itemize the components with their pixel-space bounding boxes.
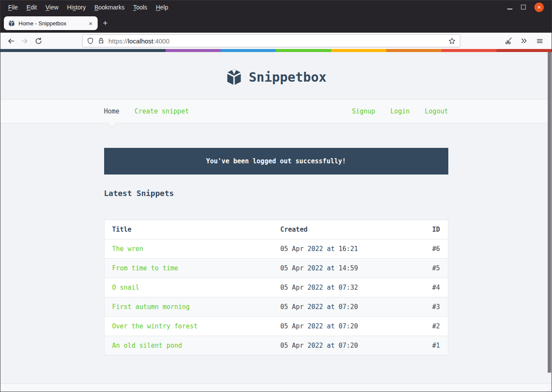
snippet-title-cell: Over the wintry forest [104, 317, 273, 336]
tab-home-snippetbox[interactable]: Home - Snippetbox × [4, 16, 98, 30]
reload-button[interactable] [31, 35, 45, 47]
forward-arrow-icon [21, 37, 28, 45]
menu-label-key: H [156, 4, 160, 11]
menu-label-post: ools [136, 4, 147, 11]
snippets-table-wrap: Title Created ID The wren 05 Apr 2022 at… [104, 220, 448, 355]
snippet-link[interactable]: O snail [112, 284, 139, 291]
url-port: :4000 [153, 37, 170, 45]
menubar-item[interactable]: Edit [22, 4, 41, 11]
tracking-shield-icon [87, 37, 94, 44]
scrollbar-thumb[interactable] [548, 52, 551, 373]
menubar-item[interactable]: Bookmarks [90, 4, 129, 11]
snippet-created-cell: 05 Apr 2022 at 07:20 [273, 317, 404, 336]
maximize-icon[interactable] [521, 5, 526, 9]
snippet-title-cell: From time to time [104, 259, 273, 278]
snippet-title-cell: O snail [104, 278, 273, 297]
snippets-table: Title Created ID The wren 05 Apr 2022 at… [104, 220, 448, 355]
snippet-id-cell: #5 [403, 259, 448, 278]
stripe-segment [441, 49, 496, 52]
menu-label-post: ile [12, 4, 18, 11]
menu-label-post: dit [31, 4, 37, 11]
snippet-link[interactable]: First autumn morning [112, 303, 190, 311]
snippet-link[interactable]: An old silent pond [112, 342, 182, 349]
menu-label-key: B [94, 4, 98, 11]
table-row: The wren 05 Apr 2022 at 16:21 #6 [104, 239, 448, 259]
snippet-created-cell: 05 Apr 2022 at 07:20 [273, 297, 404, 317]
menu-label-post: iew [49, 4, 59, 11]
snippet-created-cell: 05 Apr 2022 at 07:20 [273, 336, 404, 355]
page-scrollbar[interactable] [548, 52, 552, 392]
table-row: From time to time 05 Apr 2022 at 14:59 #… [104, 259, 448, 278]
snippet-created-cell: 05 Apr 2022 at 14:59 [273, 259, 404, 278]
url-protocol: https:// [108, 37, 128, 45]
snippet-link[interactable]: From time to time [112, 264, 179, 272]
navigation-toolbar: https://localhost:4000 [0, 33, 552, 49]
menubar-item[interactable]: View [41, 4, 63, 11]
column-header-id: ID [403, 220, 448, 239]
tab-close-icon[interactable]: × [87, 20, 94, 27]
menu-list: File Edit View History Bookmarks Tools H… [4, 4, 173, 11]
flash-message: You've been logged out successfully! [104, 148, 448, 175]
menubar-item[interactable]: History [63, 4, 90, 11]
nav-link[interactable]: Create snippet [135, 107, 189, 115]
site-footer [0, 383, 552, 392]
toolbar-right-icons [502, 35, 548, 47]
forward-button[interactable] [18, 35, 31, 47]
menu-label-pre: Hi [67, 4, 73, 11]
snippet-link[interactable]: Over the wintry forest [112, 322, 198, 330]
nav-link[interactable]: Home [104, 107, 120, 115]
favicon-cube-icon [8, 20, 15, 27]
screenshot-scissors-icon[interactable] [502, 35, 515, 47]
back-arrow-icon [7, 37, 15, 45]
snippet-id-cell: #6 [403, 239, 448, 259]
stripe-segment [221, 49, 276, 52]
table-row: Over the wintry forest 05 Apr 2022 at 07… [104, 317, 448, 336]
column-header-title: Title [104, 220, 273, 239]
site-nav: HomeCreate snippet SignupLoginLogout [0, 99, 552, 123]
table-row: First autumn morning 05 Apr 2022 at 07:2… [104, 297, 448, 317]
url-bar[interactable]: https://localhost:4000 [82, 34, 460, 47]
table-row: O snail 05 Apr 2022 at 07:32 #4 [104, 278, 448, 297]
menubar-item[interactable]: Tools [129, 4, 151, 11]
snippet-created-cell: 05 Apr 2022 at 07:32 [273, 278, 404, 297]
snippet-created-cell: 05 Apr 2022 at 16:21 [273, 239, 404, 259]
snippetbox-cube-icon [225, 68, 243, 86]
brand-link[interactable]: Snippetbox [225, 68, 327, 86]
nav-link[interactable]: Signup [352, 107, 375, 115]
url-host: localhost [128, 37, 153, 45]
snippet-id-cell: #1 [403, 336, 448, 355]
menu-label-key: F [8, 4, 12, 11]
close-window-icon[interactable]: × [534, 3, 544, 12]
page-viewport: Snippetbox HomeCreate snippet SignupLogi… [0, 52, 552, 392]
rainbow-stripe [0, 49, 552, 52]
nav-inner: HomeCreate snippet SignupLoginLogout [104, 100, 448, 123]
snippet-id-cell: #2 [403, 317, 448, 336]
column-header-created: Created [273, 220, 404, 239]
tab-bar: Home - Snippetbox × + [0, 14, 552, 33]
back-button[interactable] [4, 35, 18, 47]
minimize-icon[interactable] [507, 9, 512, 9]
menu-label-key: V [46, 4, 49, 11]
reload-icon [35, 37, 42, 45]
new-tab-icon[interactable]: + [98, 18, 113, 28]
stripe-segment [0, 49, 166, 52]
menu-label-post: elp [160, 4, 168, 11]
site-header: Snippetbox [0, 52, 552, 99]
bookmark-star-icon[interactable] [448, 37, 456, 45]
menubar-item[interactable]: Help [151, 4, 173, 11]
snippet-id-cell: #4 [403, 278, 448, 297]
snippet-link[interactable]: The wren [112, 245, 143, 253]
table-header-row: Title Created ID [104, 220, 448, 239]
stripe-segment [331, 49, 386, 52]
table-row: An old silent pond 05 Apr 2022 at 07:20 … [104, 336, 448, 355]
menubar-item[interactable]: File [4, 4, 22, 11]
overflow-chevrons-icon[interactable] [517, 35, 531, 47]
stripe-segment [496, 49, 552, 52]
nav-link[interactable]: Login [390, 107, 410, 115]
snippet-id-cell: #3 [403, 297, 448, 317]
hamburger-menu-icon[interactable] [533, 35, 546, 47]
nav-link[interactable]: Logout [425, 107, 448, 115]
snippet-title-cell: First autumn morning [104, 297, 273, 317]
menu-label-post: ookmarks [99, 4, 125, 11]
stripe-segment [166, 49, 221, 52]
